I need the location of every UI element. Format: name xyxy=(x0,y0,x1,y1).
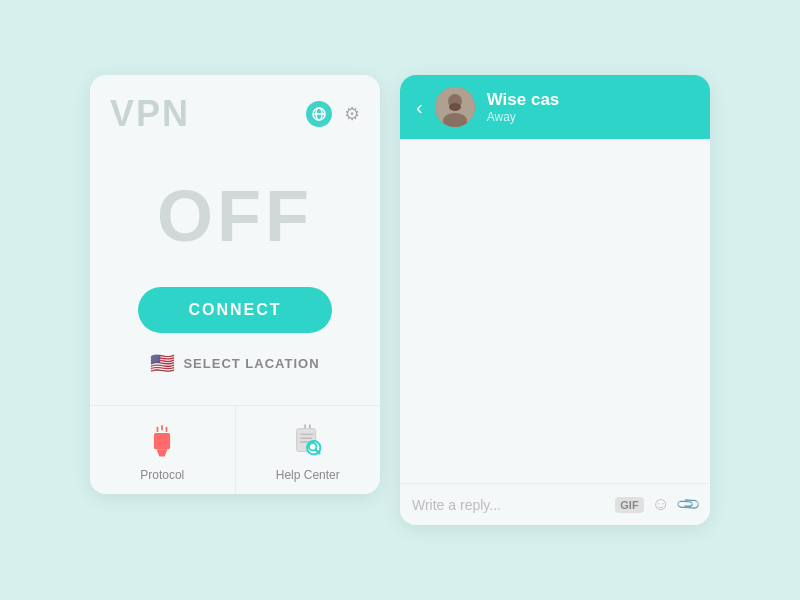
help-center-tab[interactable]: Help Center xyxy=(236,406,381,494)
select-location-button[interactable]: 🇺🇸 SELECT LACATION xyxy=(150,351,319,375)
chat-avatar xyxy=(435,87,475,127)
select-location-label: SELECT LACATION xyxy=(183,356,319,371)
chat-info: Wise cas Away xyxy=(487,90,560,124)
connect-button[interactable]: CONNECT xyxy=(138,287,331,333)
chat-messages-area xyxy=(400,139,710,483)
vpn-status-area: OFF CONNECT 🇺🇸 SELECT LACATION xyxy=(90,145,380,405)
main-container: VPN ⚙ OFF CONNECT 🇺🇸 SELECT LACATION xyxy=(90,75,710,525)
svg-rect-6 xyxy=(154,433,170,449)
help-center-icon-container xyxy=(288,422,328,462)
vpn-title: VPN xyxy=(110,93,190,135)
chat-card: ‹ Wise cas Away GIF ☺ 📎 xyxy=(400,75,710,525)
chat-input[interactable] xyxy=(412,497,607,513)
contact-status: Away xyxy=(487,110,560,124)
help-center-icon xyxy=(289,423,327,461)
protocol-icon-container xyxy=(142,422,182,462)
gif-button[interactable]: GIF xyxy=(615,497,643,513)
protocol-icon xyxy=(144,424,180,460)
chat-footer: GIF ☺ 📎 xyxy=(400,483,710,525)
chat-header: ‹ Wise cas Away xyxy=(400,75,710,139)
svg-marker-7 xyxy=(157,449,168,456)
protocol-label: Protocol xyxy=(140,468,184,482)
settings-icon[interactable]: ⚙ xyxy=(344,103,360,125)
vpn-card: VPN ⚙ OFF CONNECT 🇺🇸 SELECT LACATION xyxy=(90,75,380,494)
svg-point-20 xyxy=(449,103,461,111)
protocol-tab[interactable]: Protocol xyxy=(90,406,236,494)
emoji-button[interactable]: ☺ xyxy=(652,494,670,515)
vpn-status-text: OFF xyxy=(157,175,313,257)
flag-icon: 🇺🇸 xyxy=(150,351,175,375)
vpn-header: VPN ⚙ xyxy=(90,75,380,145)
vpn-header-icons: ⚙ xyxy=(306,101,360,127)
attach-button[interactable]: 📎 xyxy=(674,491,702,519)
back-button[interactable]: ‹ xyxy=(416,96,423,119)
globe-icon[interactable] xyxy=(306,101,332,127)
vpn-footer: Protocol xyxy=(90,405,380,494)
help-center-label: Help Center xyxy=(276,468,340,482)
contact-name: Wise cas xyxy=(487,90,560,110)
